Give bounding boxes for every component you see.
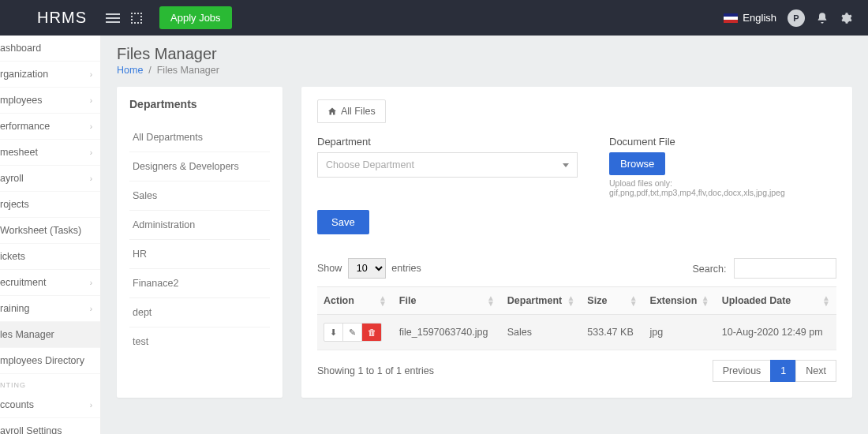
pager-previous[interactable]: Previous bbox=[713, 360, 772, 382]
tab-all-files-label: All Files bbox=[341, 106, 376, 117]
table-cell: jpg bbox=[644, 315, 716, 350]
column-header[interactable]: File▲▼ bbox=[393, 287, 501, 315]
browse-button[interactable]: Browse bbox=[609, 152, 665, 175]
tab-all-files[interactable]: All Files bbox=[317, 99, 386, 123]
sidebar-item[interactable]: rojects bbox=[0, 192, 100, 218]
expand-icon bbox=[131, 13, 142, 24]
hamburger-icon bbox=[106, 13, 120, 23]
sidebar-item-label: ickets bbox=[0, 251, 25, 262]
sidebar-item[interactable]: ayroll Settings bbox=[0, 418, 100, 434]
sidebar: ashboardrganization›mployees›erformance›… bbox=[0, 36, 101, 434]
department-list-item[interactable]: Administration bbox=[129, 211, 270, 240]
breadcrumb: Home / Files Manager bbox=[117, 65, 852, 76]
sort-icon: ▲▼ bbox=[822, 295, 830, 306]
fullscreen-button[interactable] bbox=[125, 0, 148, 36]
sidebar-item-label: ecruitment bbox=[0, 277, 46, 288]
sidebar-item[interactable]: ayroll› bbox=[0, 166, 100, 192]
column-header[interactable]: Uploaded Date▲▼ bbox=[716, 287, 836, 315]
avatar-button[interactable]: P bbox=[788, 9, 805, 27]
pager-page-1[interactable]: 1 bbox=[770, 360, 796, 382]
nav-section-label: nting bbox=[0, 374, 100, 392]
sidebar-item[interactable]: ickets bbox=[0, 244, 100, 270]
table-cell: 533.47 KB bbox=[581, 315, 643, 350]
sidebar-item[interactable]: rganization› bbox=[0, 62, 100, 88]
breadcrumb-home[interactable]: Home bbox=[117, 65, 143, 76]
download-button[interactable]: ⬇ bbox=[324, 324, 343, 341]
edit-button[interactable]: ✎ bbox=[343, 324, 362, 341]
sidebar-item[interactable]: les Manager bbox=[0, 322, 100, 348]
sidebar-item-label: les Manager bbox=[0, 329, 54, 340]
apply-jobs-button[interactable]: Apply Jobs bbox=[159, 6, 232, 29]
table-info: Showing 1 to 1 of 1 entries bbox=[317, 365, 434, 376]
column-header[interactable]: Department▲▼ bbox=[501, 287, 582, 315]
sidebar-item[interactable]: ccounts› bbox=[0, 392, 100, 418]
sidebar-item[interactable]: ecruitment› bbox=[0, 270, 100, 296]
column-header[interactable]: Size▲▼ bbox=[581, 287, 643, 315]
sidebar-item-label: erformance bbox=[0, 121, 50, 132]
sidebar-item[interactable]: raining› bbox=[0, 296, 100, 322]
sidebar-item-label: ayroll bbox=[0, 173, 24, 184]
files-table: Action▲▼File▲▼Department▲▼Size▲▼Extensio… bbox=[317, 286, 836, 350]
files-card: All Files Department Choose Department bbox=[301, 87, 852, 398]
sort-icon: ▲▼ bbox=[487, 295, 495, 306]
pagination: Previous 1 Next bbox=[713, 360, 836, 382]
department-list-item[interactable]: All Departments bbox=[129, 123, 270, 152]
department-list-item[interactable]: HR bbox=[129, 240, 270, 269]
length-control: Show 10 entries bbox=[317, 258, 421, 279]
table-cell: file_1597063740.jpg bbox=[393, 315, 501, 350]
upload-hint: Upload files only: gif,png,pdf,txt,mp3,m… bbox=[609, 178, 836, 197]
language-selector[interactable]: English bbox=[724, 12, 776, 24]
department-list-item[interactable]: Finanace2 bbox=[129, 269, 270, 298]
column-header[interactable]: Extension▲▼ bbox=[644, 287, 716, 315]
department-list-item[interactable]: Sales bbox=[129, 181, 270, 211]
sidebar-item-label: mployees bbox=[0, 95, 43, 106]
department-select[interactable]: Choose Department bbox=[317, 152, 578, 178]
chevron-right-icon: › bbox=[90, 279, 92, 287]
search-input[interactable] bbox=[734, 258, 836, 279]
column-header[interactable]: Action▲▼ bbox=[317, 287, 393, 315]
sidebar-item[interactable]: Worksheet (Tasks) bbox=[0, 218, 100, 244]
notifications-button[interactable] bbox=[816, 12, 829, 24]
chevron-right-icon: › bbox=[90, 122, 92, 131]
sidebar-item-label: ayroll Settings bbox=[0, 425, 62, 434]
settings-button[interactable] bbox=[840, 12, 852, 24]
save-button[interactable]: Save bbox=[317, 210, 369, 234]
sidebar-item[interactable]: mployees› bbox=[0, 88, 100, 114]
flag-icon bbox=[724, 13, 738, 23]
gear-icon bbox=[840, 12, 852, 24]
chevron-right-icon: › bbox=[90, 305, 92, 313]
sidebar-item-label: mesheet bbox=[0, 147, 38, 158]
document-file-label: Document File bbox=[609, 136, 836, 148]
sidebar-item[interactable]: erformance› bbox=[0, 114, 100, 140]
department-list-item[interactable]: test bbox=[129, 327, 270, 356]
sidebar-item-label: rganization bbox=[0, 69, 48, 80]
department-list-item[interactable]: Designers & Developers bbox=[129, 152, 270, 181]
chevron-down-icon bbox=[563, 163, 569, 167]
page-title: Files Manager bbox=[117, 45, 852, 63]
language-label: English bbox=[743, 12, 776, 24]
sidebar-item-label: ccounts bbox=[0, 399, 34, 410]
sidebar-item-label: Worksheet (Tasks) bbox=[0, 225, 81, 236]
table-cell: 10-Aug-2020 12:49 pm bbox=[716, 315, 836, 350]
delete-button[interactable]: 🗑 bbox=[362, 324, 381, 341]
department-list-item[interactable]: dept bbox=[129, 298, 270, 327]
page-length-select[interactable]: 10 bbox=[348, 258, 386, 279]
sidebar-item-label: raining bbox=[0, 303, 30, 314]
department-field-label: Department bbox=[317, 136, 578, 148]
chevron-right-icon: › bbox=[90, 174, 92, 183]
search-control: Search: bbox=[692, 258, 836, 279]
sort-icon: ▲▼ bbox=[630, 295, 638, 306]
sidebar-item[interactable]: mployees Directory bbox=[0, 348, 100, 374]
sidebar-item[interactable]: ashboard bbox=[0, 36, 100, 62]
sidebar-item[interactable]: mesheet› bbox=[0, 140, 100, 166]
sort-icon: ▲▼ bbox=[567, 295, 574, 306]
pager-next[interactable]: Next bbox=[795, 360, 836, 382]
chevron-right-icon: › bbox=[90, 148, 92, 157]
table-row: ⬇✎🗑file_1597063740.jpgSales533.47 KBjpg1… bbox=[317, 315, 836, 350]
breadcrumb-current: Files Manager bbox=[157, 65, 219, 76]
table-cell: Sales bbox=[501, 315, 582, 350]
chevron-right-icon: › bbox=[90, 96, 92, 105]
menu-toggle-button[interactable] bbox=[101, 0, 125, 36]
sidebar-item-label: mployees Directory bbox=[0, 355, 84, 366]
chevron-right-icon: › bbox=[90, 401, 92, 410]
